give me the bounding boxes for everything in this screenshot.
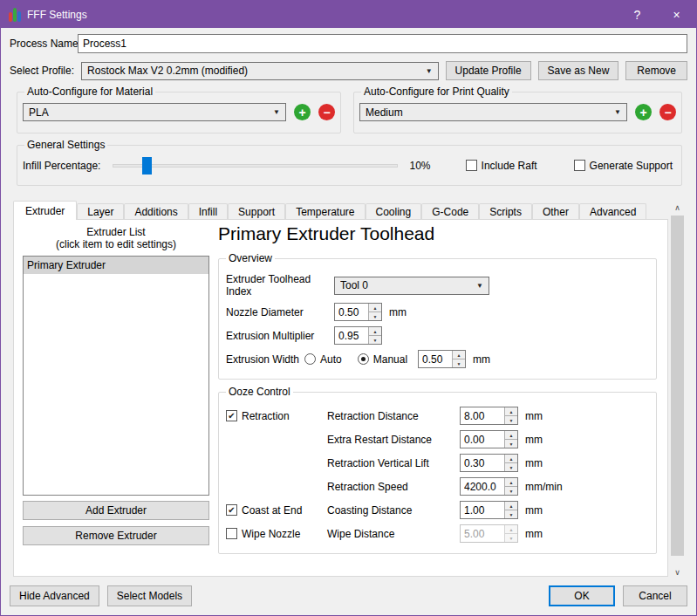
include-raft-checkbox[interactable]: Include Raft [466,160,537,172]
toolhead-index-dropdown[interactable]: Tool 0 ▼ [334,277,489,295]
tab-infill[interactable]: Infill [188,203,228,220]
ok-button[interactable]: OK [549,585,615,606]
tab-additions[interactable]: Additions [124,203,188,220]
hide-advanced-button[interactable]: Hide Advanced [10,585,99,606]
tab-other[interactable]: Other [532,203,579,220]
coasting-distance-label: Coasting Distance [327,504,460,517]
add-material-button[interactable]: + [294,104,311,120]
toolhead-index-value: Tool 0 [340,279,473,291]
coasting-distance-spinner[interactable]: ▲▼ [460,501,518,519]
wipe-distance-spinner: ▲▼ [460,524,518,543]
spin-up-icon[interactable]: ▲ [369,304,381,312]
tab-scripts[interactable]: Scripts [479,203,532,220]
retraction-distance-spinner[interactable]: ▲▼ [460,407,518,425]
nozzle-diameter-label: Nozzle Diameter [226,306,334,318]
generate-support-checkbox[interactable]: Generate Support [574,160,673,172]
extrusion-width-input[interactable] [419,351,452,367]
extrusion-multiplier-spinner[interactable]: ▲▼ [334,326,382,345]
remove-profile-button[interactable]: Remove [625,61,687,80]
help-icon[interactable]: ? [618,1,657,28]
checkbox-check-icon: ✔ [226,410,237,421]
ooze-control-group: Ooze Control ✔ Retraction Retraction Dis… [218,392,657,554]
retraction-speed-input[interactable] [461,478,504,495]
radio-circle [358,353,369,365]
tab-gcode[interactable]: G-Code [421,203,479,220]
retraction-label: Retraction [242,410,290,422]
retraction-distance-label: Retraction Distance [327,410,460,422]
retraction-distance-unit: mm [525,410,543,422]
scrollbar-thumb[interactable] [671,216,684,556]
spin-down-icon[interactable]: ▼ [505,416,517,424]
spin-down-icon[interactable]: ▼ [453,359,465,367]
auto-configure-quality-group: Auto-Configure for Print Quality Medium … [353,92,682,133]
spin-up-icon[interactable]: ▲ [505,407,517,416]
material-dropdown[interactable]: PLA ▼ [23,103,286,121]
spin-up-icon[interactable]: ▲ [505,431,517,440]
extrusion-width-auto-radio[interactable]: Auto [304,353,342,366]
spin-down-icon[interactable]: ▼ [369,312,381,320]
slider-handle[interactable] [142,157,152,175]
title-bar: FFF Settings ? × [1,1,696,28]
extra-restart-spinner[interactable]: ▲▼ [460,430,518,448]
wipe-nozzle-checkbox[interactable]: Wipe Nozzle [226,528,327,540]
extrusion-multiplier-input[interactable] [335,327,368,344]
spin-up-icon[interactable]: ▲ [369,327,381,336]
chevron-down-icon: ▼ [273,108,280,116]
checkbox-check-icon: ✔ [226,504,237,516]
profile-dropdown[interactable]: Rostock Max V2 0.2mm (modified) ▼ [81,62,439,80]
overview-group: Overview Extruder Toolhead Index Tool 0 … [218,258,657,380]
tab-cooling[interactable]: Cooling [366,203,422,220]
spin-down-icon[interactable]: ▼ [505,463,517,471]
remove-quality-button[interactable]: − [659,104,676,120]
retraction-checkbox[interactable]: ✔ Retraction [226,410,327,422]
cancel-button[interactable]: Cancel [623,585,687,606]
vertical-scrollbar[interactable]: ∧ ∨ [670,201,685,578]
wipe-distance-unit: mm [525,528,543,540]
chevron-down-icon: ▼ [426,67,433,75]
vertical-lift-spinner[interactable]: ▲▼ [460,454,518,472]
spin-down-icon[interactable]: ▼ [505,440,517,448]
tab-extruder[interactable]: Extruder [13,201,77,220]
spin-down-icon[interactable]: ▼ [505,487,517,495]
tab-bar: Extruder Layer Additions Infill Support … [13,201,668,220]
add-quality-button[interactable]: + [635,104,652,120]
vertical-lift-input[interactable] [461,455,504,471]
list-item[interactable]: Primary Extruder [24,257,208,274]
infill-percentage-value: 10% [408,160,431,172]
close-icon[interactable]: × [657,1,696,28]
spin-down-icon[interactable]: ▼ [505,510,517,518]
nozzle-diameter-input[interactable] [335,304,368,320]
nozzle-diameter-spinner[interactable]: ▲▼ [334,303,382,321]
spin-up-icon[interactable]: ▲ [505,502,517,510]
retraction-speed-unit: mm/min [525,481,563,493]
process-name-input[interactable] [78,34,687,53]
coast-at-end-checkbox[interactable]: ✔ Coast at End [226,504,327,517]
extrusion-width-manual-radio[interactable]: Manual [358,353,407,366]
add-extruder-button[interactable]: Add Extruder [23,501,209,520]
app-logo-icon [9,8,21,22]
checkbox-box [574,160,585,171]
quality-dropdown[interactable]: Medium ▼ [359,103,627,121]
tab-advanced[interactable]: Advanced [579,203,646,220]
retraction-speed-spinner[interactable]: ▲▼ [460,477,518,496]
coasting-distance-input[interactable] [461,502,504,518]
spin-down-icon[interactable]: ▼ [369,336,381,344]
spin-up-icon[interactable]: ▲ [453,351,465,359]
spin-up-icon[interactable]: ▲ [505,478,517,487]
spin-up-icon[interactable]: ▲ [505,455,517,463]
tab-support[interactable]: Support [228,203,285,220]
save-as-new-button[interactable]: Save as New [538,61,619,80]
select-models-button[interactable]: Select Models [107,585,192,606]
update-profile-button[interactable]: Update Profile [446,61,531,80]
remove-material-button[interactable]: − [318,104,335,120]
extruder-list[interactable]: Primary Extruder [23,256,209,496]
retraction-distance-input[interactable] [461,407,504,424]
scroll-down-icon[interactable]: ∨ [670,565,685,578]
tab-temperature[interactable]: Temperature [285,203,365,220]
remove-extruder-button[interactable]: Remove Extruder [23,526,209,545]
tab-layer[interactable]: Layer [77,203,124,220]
infill-percentage-slider[interactable] [113,157,397,175]
extrusion-width-spinner[interactable]: ▲▼ [418,350,466,368]
scroll-up-icon[interactable]: ∧ [670,201,685,214]
extra-restart-input[interactable] [461,431,504,448]
